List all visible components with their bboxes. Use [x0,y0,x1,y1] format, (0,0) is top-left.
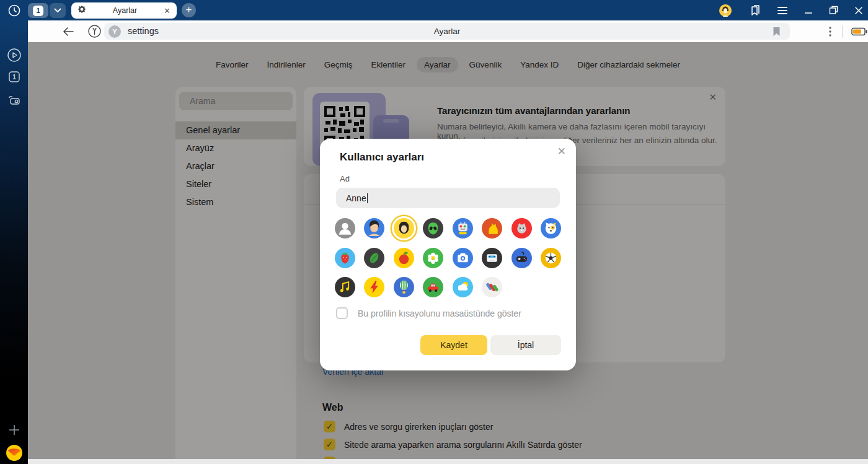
tabs-panel-icon[interactable]: 1 [0,70,28,84]
minimize-button[interactable] [804,6,813,15]
svg-text:1: 1 [12,74,16,81]
left-rail: 1 [0,20,28,464]
modal-close-icon[interactable]: ✕ [557,145,566,158]
restore-button[interactable] [829,6,838,15]
rail-add-icon[interactable] [0,424,28,436]
name-field-label: Ad [340,174,350,183]
close-button[interactable] [854,6,863,15]
avatar-pills-icon[interactable] [482,277,502,297]
toolbar-divider [842,20,843,42]
name-value: Anne [346,193,366,203]
browser-tab-ayarlar[interactable]: Ayarlar ✕ [71,2,177,19]
avatar-alien-icon[interactable] [423,218,443,239]
avatar-empty-slot [512,277,532,297]
cancel-button[interactable]: İptal [490,335,561,355]
back-icon[interactable] [60,20,76,42]
save-button[interactable]: Kaydet [420,335,487,355]
desktop-shortcut-option[interactable]: Bu profilin kısayolunu masaüstünde göste… [336,307,521,319]
tab-group-control[interactable]: 1 [28,3,66,18]
history-clock-icon[interactable] [6,2,22,18]
shortcut-checkbox-label: Bu profilin kısayolunu masaüstünde göste… [358,309,521,318]
tab-counter[interactable]: 1 [28,3,48,18]
avatar-cat-red-icon[interactable] [512,218,532,239]
video-play-icon[interactable] [0,48,28,63]
menu-icon[interactable] [777,6,788,15]
avatar-leaf-icon[interactable] [364,248,384,268]
avatar-football-icon[interactable] [541,248,561,268]
avatar-grid [335,218,561,307]
avatar-apple-icon[interactable] [394,248,414,268]
titlebar-right-controls [719,0,863,20]
toolbar: Y settings Ayarlar [28,20,868,42]
avatar-person-silhouette-icon[interactable] [335,218,355,239]
window-bottom-edge [28,459,868,464]
bookmarks-icon[interactable] [748,4,761,17]
battery-icon[interactable] [850,20,868,42]
titlebar: 1 Ayarlar ✕ + [0,0,868,20]
toolbar-more-icon[interactable] [824,20,836,42]
browser-window: 1 Ayarlar ✕ + [0,0,868,464]
avatar-balloon-icon[interactable] [394,277,414,297]
address-bar[interactable]: Y settings Ayarlar [104,23,790,40]
avatar-weather-icon[interactable] [453,277,473,297]
avatar-cat-orange-icon[interactable] [482,218,502,239]
avatar-car-icon[interactable] [423,277,443,297]
avatar-lightning-icon[interactable] [364,277,384,297]
gear-icon [78,5,86,16]
bookmark-flag-icon[interactable] [770,23,782,40]
omnibox-page-title: Ayarlar [104,27,790,36]
avatar-cassette-icon[interactable] [482,248,502,268]
tab-group-chevron[interactable] [50,3,66,18]
yandex-home-icon[interactable] [86,20,102,42]
tab-count-badge: 1 [33,6,43,16]
avatar-dog-icon[interactable] [541,218,561,239]
new-tab-button[interactable]: + [182,3,196,17]
screenshot-icon[interactable] [0,93,28,107]
modal-title: Kullanıcı ayarları [340,151,424,164]
profile-avatar[interactable] [719,4,732,17]
avatar-camera-icon[interactable] [453,248,473,268]
text-caret [367,193,368,203]
avatar-man-icon[interactable] [364,218,384,239]
avatar-robot-icon[interactable] [453,218,473,239]
yandex-browser-logo[interactable] [0,444,28,462]
avatar-empty-slot [541,277,561,297]
tab-close-icon[interactable]: ✕ [164,6,170,15]
avatar-strawberry-icon[interactable] [335,248,355,268]
avatar-gamepad-icon[interactable] [512,248,532,268]
tab-title: Ayarlar [86,6,164,15]
avatar-woman-icon[interactable] [394,218,414,239]
avatar-flower-icon[interactable] [423,248,443,268]
avatar-music-icon[interactable] [335,277,355,297]
name-input[interactable]: Anne [336,188,560,208]
user-settings-modal: ✕ Kullanıcı ayarları Ad Anne Bu profilin… [320,139,576,370]
shortcut-checkbox[interactable] [336,307,348,319]
